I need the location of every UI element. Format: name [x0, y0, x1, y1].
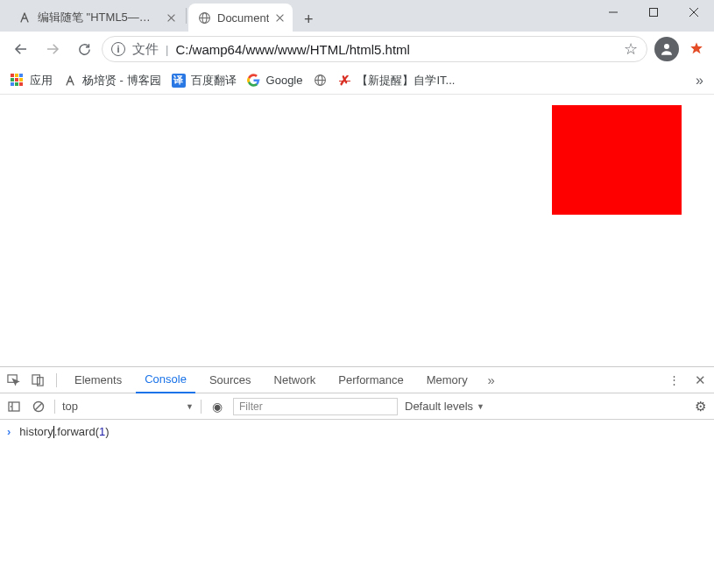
tab-separator [186, 8, 187, 24]
bookmark-label: 杨培贤 - 博客园 [82, 73, 161, 89]
code-token: forward [57, 425, 95, 438]
url-path: C:/wamp64/www/www/HTML/html5.html [175, 42, 410, 57]
reload-button[interactable] [70, 35, 98, 63]
code-token: history [19, 425, 53, 438]
svg-marker-10 [690, 43, 703, 54]
browser-tab-0[interactable]: 编辑随笔 "HTML5——新增 [9, 4, 184, 32]
console-toolbar: top ▼ ◉ Filter Default levels ▼ ⚙ [0, 393, 714, 420]
console-settings-icon[interactable]: ⚙ [691, 398, 709, 415]
browser-tab-1[interactable]: Document [188, 4, 293, 32]
tab-close-icon[interactable] [166, 13, 175, 22]
devtools-tab-performance[interactable]: Performance [329, 367, 412, 393]
dropdown-triangle-icon: ▼ [477, 402, 484, 411]
bookmarks-apps-label: 应用 [30, 73, 53, 89]
x-red-icon: ✗ [337, 74, 351, 88]
live-expression-icon[interactable]: ◉ [209, 398, 226, 415]
new-tab-button[interactable]: + [296, 7, 321, 32]
devtools-tab-elements[interactable]: Elements [66, 367, 131, 393]
address-bar[interactable]: i 文件 | C:/wamp64/www/www/HTML/html5.html… [102, 36, 647, 62]
google-icon [247, 74, 261, 88]
devtools-more-tabs-icon[interactable]: » [482, 372, 501, 387]
svg-point-9 [664, 44, 669, 49]
bookmarks-bar: 应用 杨培贤 - 博客园 译 百度翻译 Google ✗ 【新提醒】自学IT..… [0, 67, 714, 95]
cnblogs-icon [63, 74, 77, 88]
bookmark-item-3[interactable] [313, 74, 327, 88]
extension-icon[interactable] [686, 39, 707, 60]
code-token: 1 [99, 425, 105, 438]
tab-title: Document [217, 11, 269, 25]
apps-grid-icon [11, 74, 25, 88]
svg-rect-15 [32, 375, 39, 384]
back-button[interactable] [7, 35, 35, 63]
devtools-tab-console[interactable]: Console [136, 367, 195, 393]
devtools-close-icon[interactable]: ✕ [689, 372, 710, 388]
inspect-element-icon[interactable] [4, 373, 23, 386]
console-input-line[interactable]: › history.forward(1) [7, 425, 707, 438]
forward-button[interactable] [39, 35, 67, 63]
console-output[interactable]: › history.forward(1) [0, 420, 714, 588]
bookmark-label: 【新提醒】自学IT... [357, 73, 455, 89]
bookmark-item-4[interactable]: ✗ 【新提醒】自学IT... [337, 73, 455, 89]
baidu-translate-icon: 译 [172, 74, 186, 88]
devtools-tab-memory[interactable]: Memory [418, 367, 477, 393]
tab-close-icon[interactable] [275, 13, 284, 22]
log-levels-selector[interactable]: Default levels ▼ [405, 400, 484, 413]
red-box [552, 105, 682, 215]
device-toggle-icon[interactable] [28, 373, 47, 386]
toolbar: i 文件 | C:/wamp64/www/www/HTML/html5.html… [0, 32, 714, 67]
bookmarks-overflow-button[interactable]: » [696, 73, 703, 89]
devtools-tab-sources[interactable]: Sources [201, 367, 260, 393]
site-info-icon[interactable]: i [111, 42, 125, 56]
window-maximize-button[interactable] [633, 0, 674, 25]
clear-console-icon[interactable] [30, 398, 47, 415]
bookmark-item-2[interactable]: Google [247, 74, 303, 88]
favicon-cnblogs-icon [18, 11, 32, 25]
svg-rect-17 [9, 402, 19, 411]
svg-rect-1 [650, 9, 658, 17]
dropdown-triangle-icon: ▼ [186, 402, 194, 411]
devtools-tabbar: Elements Console Sources Network Perform… [0, 367, 714, 393]
tab-title: 编辑随笔 "HTML5——新增 [38, 10, 160, 25]
bookmark-item-0[interactable]: 杨培贤 - 博客园 [63, 73, 161, 89]
window-minimize-button[interactable] [593, 0, 633, 25]
page-viewport [0, 95, 714, 367]
bookmarks-apps[interactable]: 应用 [11, 73, 53, 89]
bookmark-item-1[interactable]: 译 百度翻译 [172, 73, 237, 89]
svg-line-20 [35, 403, 42, 410]
url-scheme: 文件 [132, 41, 159, 58]
devtools-panel: Elements Console Sources Network Perform… [0, 367, 714, 588]
favicon-globe-icon [197, 11, 211, 25]
console-context-label: top [62, 400, 78, 413]
profile-avatar[interactable] [654, 37, 679, 61]
console-sidebar-toggle-icon[interactable] [5, 398, 23, 415]
globe-icon [313, 74, 327, 88]
devtools-menu-icon[interactable]: ⋮ [663, 373, 684, 386]
console-context-selector[interactable]: top ▼ [62, 400, 194, 413]
console-filter-input[interactable]: Filter [233, 398, 398, 415]
bookmark-label: 百度翻译 [191, 73, 237, 89]
log-levels-label: Default levels [405, 400, 473, 413]
bookmark-label: Google [266, 74, 303, 87]
console-prompt-icon: › [7, 425, 11, 438]
window-close-button[interactable] [674, 0, 714, 25]
bookmark-star-icon[interactable]: ☆ [624, 39, 638, 59]
url-separator: | [166, 43, 168, 56]
devtools-tab-network[interactable]: Network [265, 367, 325, 393]
